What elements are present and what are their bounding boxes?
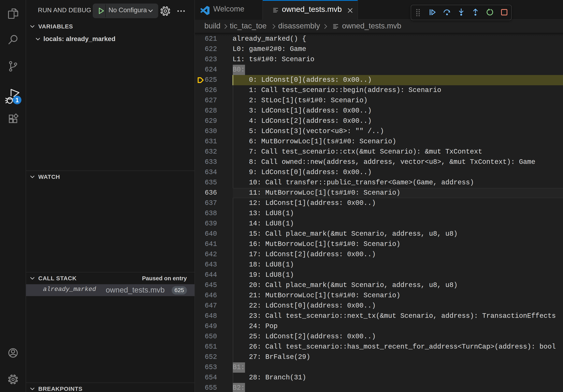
svg-text:1: 1 (15, 97, 19, 104)
